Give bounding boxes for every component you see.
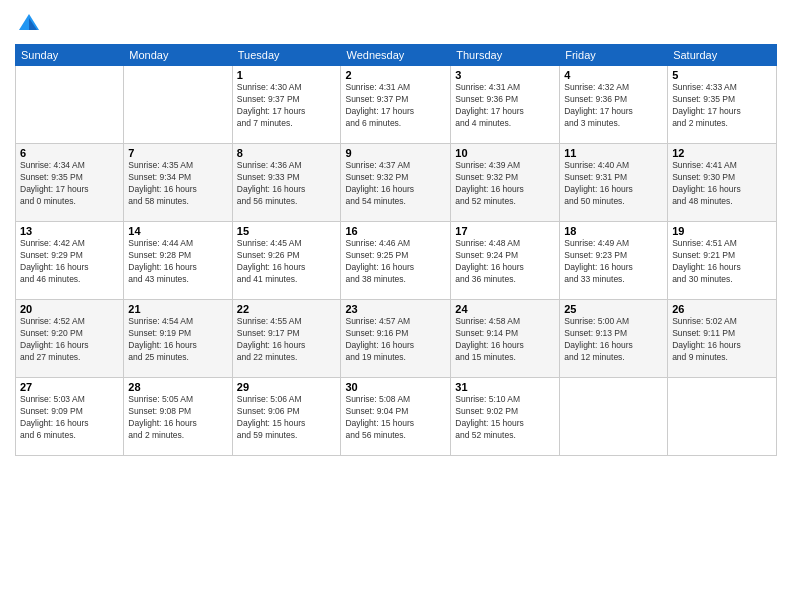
calendar-cell: 8Sunrise: 4:36 AM Sunset: 9:33 PM Daylig… xyxy=(232,144,341,222)
day-number: 12 xyxy=(672,147,772,159)
day-detail: Sunrise: 4:44 AM Sunset: 9:28 PM Dayligh… xyxy=(128,238,227,286)
calendar-cell: 20Sunrise: 4:52 AM Sunset: 9:20 PM Dayli… xyxy=(16,300,124,378)
calendar-cell: 18Sunrise: 4:49 AM Sunset: 9:23 PM Dayli… xyxy=(560,222,668,300)
day-number: 29 xyxy=(237,381,337,393)
calendar-cell: 9Sunrise: 4:37 AM Sunset: 9:32 PM Daylig… xyxy=(341,144,451,222)
calendar-cell: 26Sunrise: 5:02 AM Sunset: 9:11 PM Dayli… xyxy=(668,300,777,378)
calendar-cell: 6Sunrise: 4:34 AM Sunset: 9:35 PM Daylig… xyxy=(16,144,124,222)
day-detail: Sunrise: 4:49 AM Sunset: 9:23 PM Dayligh… xyxy=(564,238,663,286)
day-number: 13 xyxy=(20,225,119,237)
day-number: 14 xyxy=(128,225,227,237)
day-detail: Sunrise: 5:06 AM Sunset: 9:06 PM Dayligh… xyxy=(237,394,337,442)
weekday-header-monday: Monday xyxy=(124,45,232,66)
calendar-cell: 15Sunrise: 4:45 AM Sunset: 9:26 PM Dayli… xyxy=(232,222,341,300)
day-detail: Sunrise: 4:46 AM Sunset: 9:25 PM Dayligh… xyxy=(345,238,446,286)
day-number: 25 xyxy=(564,303,663,315)
week-row-1: 1Sunrise: 4:30 AM Sunset: 9:37 PM Daylig… xyxy=(16,66,777,144)
day-detail: Sunrise: 4:45 AM Sunset: 9:26 PM Dayligh… xyxy=(237,238,337,286)
day-detail: Sunrise: 4:32 AM Sunset: 9:36 PM Dayligh… xyxy=(564,82,663,130)
weekday-header-sunday: Sunday xyxy=(16,45,124,66)
day-number: 30 xyxy=(345,381,446,393)
week-row-5: 27Sunrise: 5:03 AM Sunset: 9:09 PM Dayli… xyxy=(16,378,777,456)
calendar-cell: 21Sunrise: 4:54 AM Sunset: 9:19 PM Dayli… xyxy=(124,300,232,378)
weekday-header-friday: Friday xyxy=(560,45,668,66)
calendar-cell: 24Sunrise: 4:58 AM Sunset: 9:14 PM Dayli… xyxy=(451,300,560,378)
day-number: 7 xyxy=(128,147,227,159)
weekday-header-wednesday: Wednesday xyxy=(341,45,451,66)
day-detail: Sunrise: 4:42 AM Sunset: 9:29 PM Dayligh… xyxy=(20,238,119,286)
day-detail: Sunrise: 4:40 AM Sunset: 9:31 PM Dayligh… xyxy=(564,160,663,208)
day-number: 10 xyxy=(455,147,555,159)
calendar-cell: 14Sunrise: 4:44 AM Sunset: 9:28 PM Dayli… xyxy=(124,222,232,300)
weekday-header-tuesday: Tuesday xyxy=(232,45,341,66)
day-number: 17 xyxy=(455,225,555,237)
day-detail: Sunrise: 4:54 AM Sunset: 9:19 PM Dayligh… xyxy=(128,316,227,364)
day-number: 16 xyxy=(345,225,446,237)
day-detail: Sunrise: 4:39 AM Sunset: 9:32 PM Dayligh… xyxy=(455,160,555,208)
day-detail: Sunrise: 4:37 AM Sunset: 9:32 PM Dayligh… xyxy=(345,160,446,208)
day-detail: Sunrise: 4:33 AM Sunset: 9:35 PM Dayligh… xyxy=(672,82,772,130)
logo xyxy=(15,10,47,38)
weekday-header-saturday: Saturday xyxy=(668,45,777,66)
calendar-cell xyxy=(124,66,232,144)
day-number: 8 xyxy=(237,147,337,159)
calendar-cell: 29Sunrise: 5:06 AM Sunset: 9:06 PM Dayli… xyxy=(232,378,341,456)
day-detail: Sunrise: 5:03 AM Sunset: 9:09 PM Dayligh… xyxy=(20,394,119,442)
calendar-cell: 19Sunrise: 4:51 AM Sunset: 9:21 PM Dayli… xyxy=(668,222,777,300)
day-detail: Sunrise: 4:31 AM Sunset: 9:36 PM Dayligh… xyxy=(455,82,555,130)
calendar-cell: 3Sunrise: 4:31 AM Sunset: 9:36 PM Daylig… xyxy=(451,66,560,144)
calendar-cell xyxy=(560,378,668,456)
calendar-cell: 4Sunrise: 4:32 AM Sunset: 9:36 PM Daylig… xyxy=(560,66,668,144)
calendar-cell: 13Sunrise: 4:42 AM Sunset: 9:29 PM Dayli… xyxy=(16,222,124,300)
calendar-cell: 28Sunrise: 5:05 AM Sunset: 9:08 PM Dayli… xyxy=(124,378,232,456)
calendar-cell: 25Sunrise: 5:00 AM Sunset: 9:13 PM Dayli… xyxy=(560,300,668,378)
day-detail: Sunrise: 5:05 AM Sunset: 9:08 PM Dayligh… xyxy=(128,394,227,442)
day-number: 2 xyxy=(345,69,446,81)
day-number: 15 xyxy=(237,225,337,237)
calendar-cell: 30Sunrise: 5:08 AM Sunset: 9:04 PM Dayli… xyxy=(341,378,451,456)
day-number: 1 xyxy=(237,69,337,81)
day-detail: Sunrise: 5:10 AM Sunset: 9:02 PM Dayligh… xyxy=(455,394,555,442)
day-number: 21 xyxy=(128,303,227,315)
calendar-cell: 23Sunrise: 4:57 AM Sunset: 9:16 PM Dayli… xyxy=(341,300,451,378)
day-number: 28 xyxy=(128,381,227,393)
day-number: 20 xyxy=(20,303,119,315)
calendar-cell: 5Sunrise: 4:33 AM Sunset: 9:35 PM Daylig… xyxy=(668,66,777,144)
calendar-cell: 12Sunrise: 4:41 AM Sunset: 9:30 PM Dayli… xyxy=(668,144,777,222)
day-number: 9 xyxy=(345,147,446,159)
calendar-table: SundayMondayTuesdayWednesdayThursdayFrid… xyxy=(15,44,777,456)
day-number: 27 xyxy=(20,381,119,393)
day-detail: Sunrise: 5:02 AM Sunset: 9:11 PM Dayligh… xyxy=(672,316,772,364)
calendar-cell xyxy=(16,66,124,144)
week-row-3: 13Sunrise: 4:42 AM Sunset: 9:29 PM Dayli… xyxy=(16,222,777,300)
header xyxy=(15,10,777,38)
day-detail: Sunrise: 4:48 AM Sunset: 9:24 PM Dayligh… xyxy=(455,238,555,286)
day-detail: Sunrise: 4:51 AM Sunset: 9:21 PM Dayligh… xyxy=(672,238,772,286)
calendar-cell: 16Sunrise: 4:46 AM Sunset: 9:25 PM Dayli… xyxy=(341,222,451,300)
calendar-cell: 1Sunrise: 4:30 AM Sunset: 9:37 PM Daylig… xyxy=(232,66,341,144)
week-row-2: 6Sunrise: 4:34 AM Sunset: 9:35 PM Daylig… xyxy=(16,144,777,222)
day-number: 5 xyxy=(672,69,772,81)
day-detail: Sunrise: 4:41 AM Sunset: 9:30 PM Dayligh… xyxy=(672,160,772,208)
day-detail: Sunrise: 4:30 AM Sunset: 9:37 PM Dayligh… xyxy=(237,82,337,130)
day-detail: Sunrise: 4:58 AM Sunset: 9:14 PM Dayligh… xyxy=(455,316,555,364)
day-detail: Sunrise: 5:00 AM Sunset: 9:13 PM Dayligh… xyxy=(564,316,663,364)
day-detail: Sunrise: 4:34 AM Sunset: 9:35 PM Dayligh… xyxy=(20,160,119,208)
day-number: 31 xyxy=(455,381,555,393)
day-detail: Sunrise: 4:35 AM Sunset: 9:34 PM Dayligh… xyxy=(128,160,227,208)
weekday-header-row: SundayMondayTuesdayWednesdayThursdayFrid… xyxy=(16,45,777,66)
calendar-cell: 22Sunrise: 4:55 AM Sunset: 9:17 PM Dayli… xyxy=(232,300,341,378)
day-detail: Sunrise: 4:31 AM Sunset: 9:37 PM Dayligh… xyxy=(345,82,446,130)
day-number: 26 xyxy=(672,303,772,315)
calendar-cell xyxy=(668,378,777,456)
day-number: 6 xyxy=(20,147,119,159)
day-number: 4 xyxy=(564,69,663,81)
day-number: 24 xyxy=(455,303,555,315)
day-number: 22 xyxy=(237,303,337,315)
calendar-cell: 17Sunrise: 4:48 AM Sunset: 9:24 PM Dayli… xyxy=(451,222,560,300)
day-detail: Sunrise: 4:57 AM Sunset: 9:16 PM Dayligh… xyxy=(345,316,446,364)
day-number: 18 xyxy=(564,225,663,237)
calendar-cell: 10Sunrise: 4:39 AM Sunset: 9:32 PM Dayli… xyxy=(451,144,560,222)
day-number: 23 xyxy=(345,303,446,315)
calendar-cell: 2Sunrise: 4:31 AM Sunset: 9:37 PM Daylig… xyxy=(341,66,451,144)
